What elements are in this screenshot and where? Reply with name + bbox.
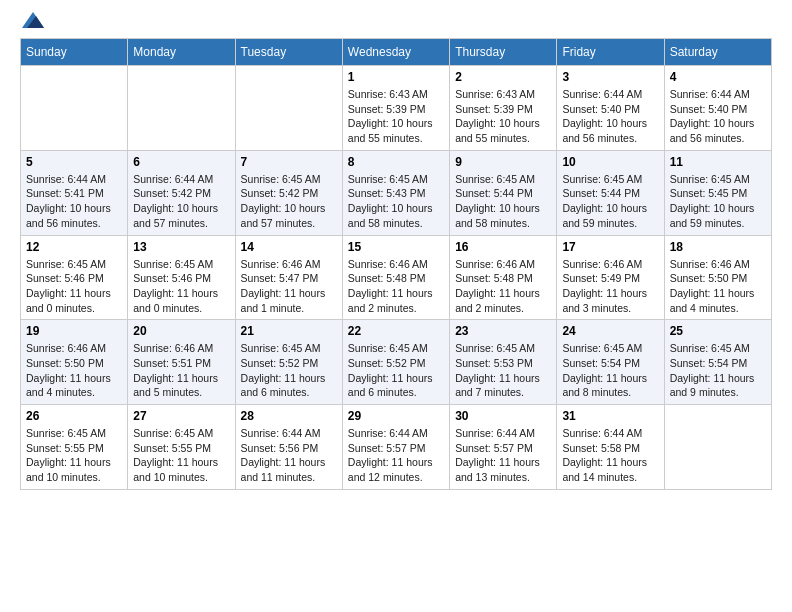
day-info: Sunrise: 6:45 AMSunset: 5:46 PMDaylight:… [26,257,122,316]
calendar-cell: 4Sunrise: 6:44 AMSunset: 5:40 PMDaylight… [664,66,771,151]
day-number: 9 [455,155,551,169]
weekday-header-sunday: Sunday [21,39,128,66]
calendar-cell: 17Sunrise: 6:46 AMSunset: 5:49 PMDayligh… [557,235,664,320]
calendar-cell: 26Sunrise: 6:45 AMSunset: 5:55 PMDayligh… [21,405,128,490]
day-number: 20 [133,324,229,338]
calendar-cell [235,66,342,151]
calendar-cell [664,405,771,490]
day-number: 27 [133,409,229,423]
day-number: 22 [348,324,444,338]
calendar-cell: 31Sunrise: 6:44 AMSunset: 5:58 PMDayligh… [557,405,664,490]
day-number: 2 [455,70,551,84]
day-number: 7 [241,155,337,169]
day-info: Sunrise: 6:46 AMSunset: 5:47 PMDaylight:… [241,257,337,316]
calendar-cell: 19Sunrise: 6:46 AMSunset: 5:50 PMDayligh… [21,320,128,405]
day-number: 17 [562,240,658,254]
calendar-cell: 11Sunrise: 6:45 AMSunset: 5:45 PMDayligh… [664,150,771,235]
calendar-cell: 7Sunrise: 6:45 AMSunset: 5:42 PMDaylight… [235,150,342,235]
calendar-cell: 2Sunrise: 6:43 AMSunset: 5:39 PMDaylight… [450,66,557,151]
day-number: 3 [562,70,658,84]
day-number: 31 [562,409,658,423]
day-number: 18 [670,240,766,254]
day-info: Sunrise: 6:45 AMSunset: 5:54 PMDaylight:… [562,341,658,400]
day-info: Sunrise: 6:46 AMSunset: 5:50 PMDaylight:… [26,341,122,400]
day-number: 11 [670,155,766,169]
day-number: 13 [133,240,229,254]
day-info: Sunrise: 6:46 AMSunset: 5:48 PMDaylight:… [455,257,551,316]
calendar-cell: 6Sunrise: 6:44 AMSunset: 5:42 PMDaylight… [128,150,235,235]
calendar-cell: 16Sunrise: 6:46 AMSunset: 5:48 PMDayligh… [450,235,557,320]
calendar-cell: 24Sunrise: 6:45 AMSunset: 5:54 PMDayligh… [557,320,664,405]
calendar-cell: 28Sunrise: 6:44 AMSunset: 5:56 PMDayligh… [235,405,342,490]
day-info: Sunrise: 6:43 AMSunset: 5:39 PMDaylight:… [455,87,551,146]
day-number: 23 [455,324,551,338]
calendar-cell: 12Sunrise: 6:45 AMSunset: 5:46 PMDayligh… [21,235,128,320]
weekday-header-row: SundayMondayTuesdayWednesdayThursdayFrid… [21,39,772,66]
weekday-header-wednesday: Wednesday [342,39,449,66]
calendar-cell: 14Sunrise: 6:46 AMSunset: 5:47 PMDayligh… [235,235,342,320]
day-info: Sunrise: 6:45 AMSunset: 5:44 PMDaylight:… [455,172,551,231]
calendar-cell: 29Sunrise: 6:44 AMSunset: 5:57 PMDayligh… [342,405,449,490]
day-number: 30 [455,409,551,423]
day-info: Sunrise: 6:45 AMSunset: 5:53 PMDaylight:… [455,341,551,400]
weekday-header-saturday: Saturday [664,39,771,66]
calendar-cell: 20Sunrise: 6:46 AMSunset: 5:51 PMDayligh… [128,320,235,405]
calendar-cell: 8Sunrise: 6:45 AMSunset: 5:43 PMDaylight… [342,150,449,235]
day-number: 14 [241,240,337,254]
calendar-cell: 13Sunrise: 6:45 AMSunset: 5:46 PMDayligh… [128,235,235,320]
calendar-row-2: 12Sunrise: 6:45 AMSunset: 5:46 PMDayligh… [21,235,772,320]
day-info: Sunrise: 6:43 AMSunset: 5:39 PMDaylight:… [348,87,444,146]
weekday-header-tuesday: Tuesday [235,39,342,66]
calendar-row-0: 1Sunrise: 6:43 AMSunset: 5:39 PMDaylight… [21,66,772,151]
day-info: Sunrise: 6:44 AMSunset: 5:41 PMDaylight:… [26,172,122,231]
calendar-cell: 18Sunrise: 6:46 AMSunset: 5:50 PMDayligh… [664,235,771,320]
day-number: 16 [455,240,551,254]
day-info: Sunrise: 6:45 AMSunset: 5:43 PMDaylight:… [348,172,444,231]
day-info: Sunrise: 6:46 AMSunset: 5:51 PMDaylight:… [133,341,229,400]
day-number: 15 [348,240,444,254]
day-number: 28 [241,409,337,423]
day-info: Sunrise: 6:45 AMSunset: 5:46 PMDaylight:… [133,257,229,316]
page-header [20,20,772,28]
calendar-cell: 1Sunrise: 6:43 AMSunset: 5:39 PMDaylight… [342,66,449,151]
calendar-cell: 25Sunrise: 6:45 AMSunset: 5:54 PMDayligh… [664,320,771,405]
logo [20,20,44,28]
calendar-cell: 27Sunrise: 6:45 AMSunset: 5:55 PMDayligh… [128,405,235,490]
day-info: Sunrise: 6:44 AMSunset: 5:57 PMDaylight:… [348,426,444,485]
calendar-cell: 3Sunrise: 6:44 AMSunset: 5:40 PMDaylight… [557,66,664,151]
day-number: 1 [348,70,444,84]
calendar-cell: 10Sunrise: 6:45 AMSunset: 5:44 PMDayligh… [557,150,664,235]
weekday-header-thursday: Thursday [450,39,557,66]
day-info: Sunrise: 6:45 AMSunset: 5:55 PMDaylight:… [133,426,229,485]
day-number: 4 [670,70,766,84]
day-info: Sunrise: 6:45 AMSunset: 5:52 PMDaylight:… [241,341,337,400]
day-number: 8 [348,155,444,169]
day-info: Sunrise: 6:46 AMSunset: 5:49 PMDaylight:… [562,257,658,316]
day-info: Sunrise: 6:45 AMSunset: 5:45 PMDaylight:… [670,172,766,231]
day-info: Sunrise: 6:44 AMSunset: 5:57 PMDaylight:… [455,426,551,485]
calendar-cell: 15Sunrise: 6:46 AMSunset: 5:48 PMDayligh… [342,235,449,320]
calendar-cell: 23Sunrise: 6:45 AMSunset: 5:53 PMDayligh… [450,320,557,405]
logo-icon [22,12,44,28]
day-info: Sunrise: 6:44 AMSunset: 5:40 PMDaylight:… [562,87,658,146]
day-info: Sunrise: 6:45 AMSunset: 5:42 PMDaylight:… [241,172,337,231]
calendar-cell: 30Sunrise: 6:44 AMSunset: 5:57 PMDayligh… [450,405,557,490]
day-info: Sunrise: 6:45 AMSunset: 5:54 PMDaylight:… [670,341,766,400]
day-number: 24 [562,324,658,338]
day-number: 10 [562,155,658,169]
calendar-cell: 21Sunrise: 6:45 AMSunset: 5:52 PMDayligh… [235,320,342,405]
calendar-cell [21,66,128,151]
calendar-table: SundayMondayTuesdayWednesdayThursdayFrid… [20,38,772,490]
calendar-row-4: 26Sunrise: 6:45 AMSunset: 5:55 PMDayligh… [21,405,772,490]
day-number: 6 [133,155,229,169]
calendar-row-1: 5Sunrise: 6:44 AMSunset: 5:41 PMDaylight… [21,150,772,235]
day-info: Sunrise: 6:45 AMSunset: 5:55 PMDaylight:… [26,426,122,485]
day-info: Sunrise: 6:44 AMSunset: 5:42 PMDaylight:… [133,172,229,231]
day-number: 29 [348,409,444,423]
day-number: 5 [26,155,122,169]
calendar-cell [128,66,235,151]
day-number: 25 [670,324,766,338]
day-info: Sunrise: 6:46 AMSunset: 5:48 PMDaylight:… [348,257,444,316]
calendar-row-3: 19Sunrise: 6:46 AMSunset: 5:50 PMDayligh… [21,320,772,405]
day-info: Sunrise: 6:44 AMSunset: 5:40 PMDaylight:… [670,87,766,146]
